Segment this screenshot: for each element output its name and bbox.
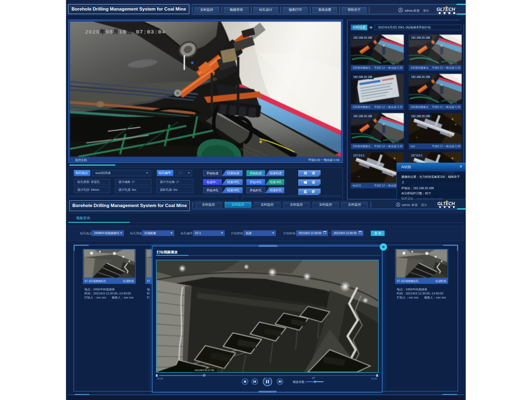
svg-text:2020年08月18日 07:03:04: 2020年08月18日 07:03:04 (85, 29, 165, 35)
